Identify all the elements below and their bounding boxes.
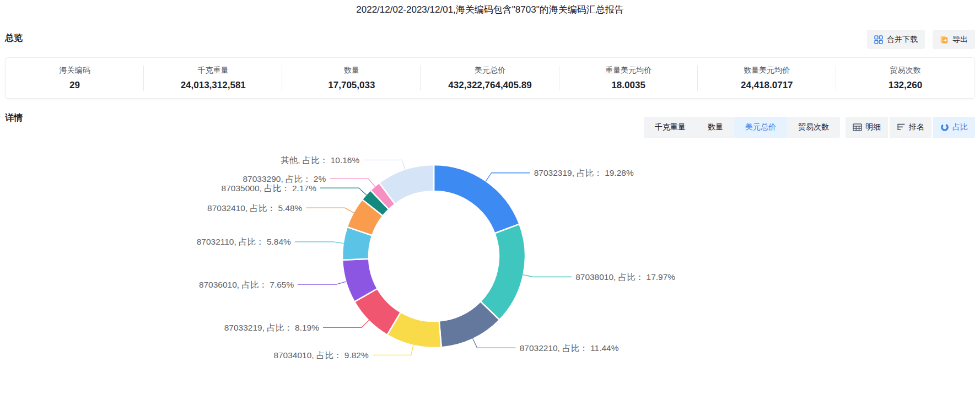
pie-label-87036010: 87036010, 占比： 7.65% [199, 280, 294, 289]
pie-leader-line-87032110 [295, 242, 344, 244]
pie-leader-line-87038010 [523, 275, 572, 277]
stat-col-6: 数量美元均价24,418.0717 [698, 66, 836, 91]
pie-label-87033290: 87033290, 占比： 2% [243, 174, 326, 183]
pie-label-其他: 其他, 占比： 10.16% [281, 155, 359, 165]
stat-value: 17,705,033 [282, 80, 421, 91]
pie-slice-87032319[interactable] [434, 165, 519, 233]
pie-leader-line-87032319 [486, 173, 530, 182]
pie-label-87033219: 87033219, 占比： 8.19% [224, 323, 320, 332]
pie-label-87035000: 87035000, 占比： 2.17% [222, 183, 317, 193]
export-button[interactable]: 导出 [933, 30, 975, 49]
pie-leader-line-87032210 [473, 338, 516, 348]
detail-controls: 千克重量数量美元总价贸易次数 明细排名占比 [644, 117, 975, 138]
stat-value: 18.0035 [559, 80, 698, 91]
donut-chart-svg: 87032319, 占比： 19.28%87038010, 占比： 17.97%… [0, 138, 980, 405]
stat-label: 美元总价 [421, 66, 559, 75]
view-tab-label: 占比 [952, 122, 968, 132]
detail-heading: 详情 [5, 112, 23, 124]
merge-download-icon [874, 35, 883, 44]
stat-value: 29 [6, 80, 144, 91]
page-title: 2022/12/02-2023/12/01,海关编码包含"8703"的海关编码汇… [0, 3, 980, 16]
pie-label-87038010: 87038010, 占比： 17.97% [575, 272, 675, 282]
stat-value: 132,260 [836, 80, 974, 91]
report-page: 2022/12/02-2023/12/01,海关编码包含"8703"的海关编码汇… [0, 0, 980, 405]
pie-label-87032319: 87032319, 占比： 19.28% [534, 168, 634, 177]
stat-col-4: 美元总价432,322,764,405.89 [421, 66, 559, 91]
stat-label: 千克重量 [144, 66, 282, 75]
pie-leader-line-87035000 [320, 188, 367, 195]
stat-value: 24,013,312,581 [144, 80, 282, 91]
stat-label: 数量 [282, 66, 421, 75]
pie-slice-87038010[interactable] [481, 224, 525, 320]
view-tab-2[interactable]: 排名 [890, 117, 931, 138]
stat-col-2: 千克重量24,013,312,581 [144, 66, 282, 91]
metric-tab-2[interactable]: 数量 [697, 117, 734, 138]
view-tab-1[interactable]: 明细 [846, 117, 888, 138]
stat-col-5: 重量美元均价18.0035 [559, 66, 698, 91]
export-icon [940, 35, 949, 44]
stat-label: 海关编码 [6, 66, 144, 75]
action-button-label: 合并下载 [887, 35, 918, 45]
pie-label-87032210: 87032210, 占比： 11.44% [520, 343, 619, 353]
stat-label: 贸易次数 [836, 66, 974, 75]
overview-heading: 总览 [5, 33, 23, 44]
view-tabs: 明细排名占比 [846, 117, 975, 138]
ranking-icon [897, 123, 906, 132]
stat-col-1: 海关编码29 [6, 66, 144, 91]
pie-leader-line-87036010 [298, 282, 346, 284]
pie-leader-line-87034010 [373, 345, 413, 355]
stat-label: 数量美元均价 [698, 66, 836, 75]
pie-label-87032410: 87032410, 占比： 5.48% [207, 203, 303, 213]
donut-chart: 87032319, 占比： 19.28%87038010, 占比： 17.97%… [0, 138, 980, 405]
stat-value: 24,418.0717 [698, 80, 836, 91]
merge-download-button[interactable]: 合并下载 [867, 30, 925, 49]
stat-value: 432,322,764,405.89 [421, 80, 559, 91]
view-tab-3[interactable]: 占比 [933, 117, 975, 138]
pie-label-87034010: 87034010, 占比： 9.82% [273, 350, 369, 360]
action-button-label: 导出 [952, 35, 968, 45]
table-icon [853, 123, 862, 132]
metric-tab-3[interactable]: 美元总价 [734, 117, 787, 138]
donut-icon [940, 123, 949, 132]
overview-actions: 合并下载导出 [867, 30, 975, 49]
metric-tab-1[interactable]: 千克重量 [644, 117, 697, 138]
overview-stats-card: 海关编码29千克重量24,013,312,581数量17,705,033美元总价… [5, 57, 975, 99]
metric-tabs: 千克重量数量美元总价贸易次数 [644, 117, 840, 138]
view-tab-label: 明细 [865, 122, 881, 132]
stat-label: 重量美元均价 [559, 66, 698, 75]
stat-col-3: 数量17,705,033 [282, 66, 421, 91]
pie-leader-line-87032410 [306, 208, 354, 213]
pie-leader-line-87033290 [330, 179, 375, 187]
pie-leader-line-其他 [363, 160, 405, 170]
stat-col-7: 贸易次数132,260 [836, 66, 974, 91]
metric-tab-4[interactable]: 贸易次数 [787, 117, 840, 138]
pie-leader-line-87033219 [323, 320, 369, 327]
pie-label-87032110: 87032110, 占比： 5.84% [197, 237, 291, 246]
view-tab-label: 排名 [909, 122, 924, 132]
